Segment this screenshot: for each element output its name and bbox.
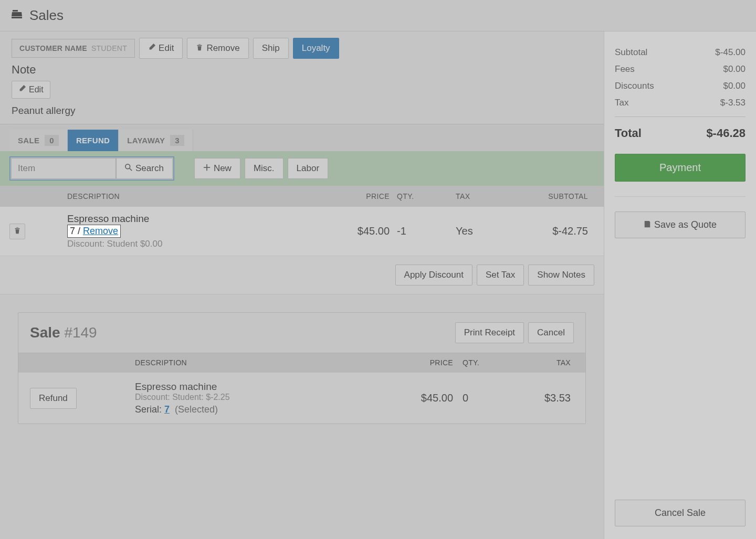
- page-header: Sales: [0, 0, 756, 31]
- item-search-row: Search New Misc. Labor: [0, 151, 604, 186]
- apply-discount-button[interactable]: Apply Discount: [395, 265, 472, 286]
- line-item-name: Espresso machine: [67, 213, 332, 225]
- total-row: Total $-46.28: [615, 117, 746, 143]
- line-price: $45.00: [332, 225, 390, 237]
- tab-refund[interactable]: REFUND: [68, 130, 119, 151]
- payment-button[interactable]: Payment: [615, 154, 746, 182]
- tab-layaway[interactable]: LAYAWAY 3: [119, 130, 193, 151]
- serial-highlight: 7 / Remove: [67, 225, 121, 238]
- sale-line-qty: 0: [463, 392, 468, 404]
- sale-line-price: $45.00: [421, 392, 453, 404]
- sale-count-badge: 0: [45, 135, 59, 146]
- show-notes-button[interactable]: Show Notes: [528, 265, 594, 286]
- col-description: DESCRIPTION: [9, 192, 332, 200]
- sale-line-name: Espresso machine: [135, 381, 390, 393]
- sale-card-table-header: DESCRIPTION PRICE QTY. TAX: [18, 353, 585, 372]
- sale-card-title: Sale #149: [30, 324, 97, 341]
- customer-name-box[interactable]: CUSTOMER NAME STUDENT: [12, 39, 135, 58]
- delete-line-button[interactable]: [9, 224, 25, 239]
- ship-button[interactable]: Ship: [253, 38, 289, 59]
- tab-sale[interactable]: SALE 0: [9, 130, 68, 151]
- line-qty: -1: [390, 225, 432, 237]
- loyalty-button[interactable]: Loyalty: [293, 38, 339, 59]
- line-description-cell: Espresso machine 7 / Remove Discount: St…: [30, 213, 332, 249]
- misc-button[interactable]: Misc.: [245, 158, 284, 179]
- sale-tabs: SALE 0 REFUND LAYAWAY 3: [0, 124, 604, 151]
- remove-serial-link[interactable]: Remove: [83, 226, 118, 236]
- line-item-row[interactable]: Espresso machine 7 / Remove Discount: St…: [0, 207, 604, 256]
- col-subtotal: SUBTOTAL: [516, 192, 594, 200]
- line-discount: Discount: Student $0.00: [67, 239, 332, 249]
- pencil-icon: [18, 85, 26, 94]
- line-actions-row: Apply Discount Set Tax Show Notes: [0, 256, 604, 294]
- page-title: Sales: [29, 7, 64, 24]
- refund-line-button[interactable]: Refund: [30, 388, 77, 409]
- note-section: Note Edit Peanut allergy: [0, 59, 604, 124]
- serial-number: 7: [70, 226, 75, 236]
- line-subtotal: $-42.75: [516, 225, 594, 237]
- serial-link[interactable]: 7: [164, 404, 170, 415]
- quote-icon: [644, 219, 651, 230]
- note-heading: Note: [12, 63, 592, 77]
- print-receipt-button[interactable]: Print Receipt: [455, 322, 524, 343]
- edit-note-button[interactable]: Edit: [12, 81, 50, 99]
- col-price: PRICE: [332, 192, 390, 200]
- sale-card-line: Refund Espresso machine Discount: Studen…: [18, 372, 585, 424]
- customer-name-value: STUDENT: [91, 44, 127, 52]
- trash-icon: [14, 227, 21, 236]
- register-icon: [10, 8, 23, 24]
- cancel-sale-button[interactable]: Cancel Sale: [615, 500, 746, 526]
- tax-row: Tax $-3.53: [615, 94, 746, 111]
- labor-button[interactable]: Labor: [288, 158, 328, 179]
- subtotal-row: Subtotal $-45.00: [615, 44, 746, 61]
- plus-icon: [203, 163, 211, 174]
- search-button[interactable]: Search: [116, 158, 173, 179]
- col-tax: TAX: [432, 192, 516, 200]
- svg-point-0: [125, 164, 130, 169]
- layaway-count-badge: 3: [170, 135, 184, 146]
- remove-customer-button[interactable]: Remove: [187, 38, 248, 59]
- original-sale-card: Sale #149 Print Receipt Cancel DESCRIPTI…: [18, 312, 586, 424]
- discounts-row: Discounts $0.00: [615, 78, 746, 94]
- save-quote-button[interactable]: Save as Quote: [615, 212, 746, 238]
- customer-name-label: CUSTOMER NAME: [19, 44, 87, 52]
- trash-icon: [196, 43, 203, 54]
- sale-line-serial: Serial: 7 (Selected): [135, 404, 390, 415]
- item-search-wrap: Search: [9, 156, 174, 181]
- line-table-header: DESCRIPTION PRICE QTY. TAX SUBTOTAL: [0, 186, 604, 207]
- set-tax-button[interactable]: Set Tax: [477, 265, 524, 286]
- sale-line-tax: $3.53: [544, 392, 571, 404]
- totals-sidebar: Subtotal $-45.00 Fees $0.00 Discounts $0…: [604, 31, 756, 539]
- item-search-input[interactable]: [11, 158, 116, 179]
- customer-toolbar: CUSTOMER NAME STUDENT Edit Remove Ship L…: [0, 31, 604, 59]
- edit-customer-button[interactable]: Edit: [139, 38, 183, 59]
- sale-line-discount: Discount: Student: $-2.25: [135, 393, 390, 402]
- note-text: Peanut allergy: [12, 105, 592, 117]
- cancel-sale-card-button[interactable]: Cancel: [528, 322, 574, 343]
- new-item-button[interactable]: New: [194, 158, 240, 179]
- fees-row: Fees $0.00: [615, 61, 746, 78]
- col-qty: QTY.: [390, 192, 432, 200]
- pencil-icon: [148, 43, 155, 54]
- search-icon: [125, 163, 132, 174]
- line-tax: Yes: [432, 225, 516, 237]
